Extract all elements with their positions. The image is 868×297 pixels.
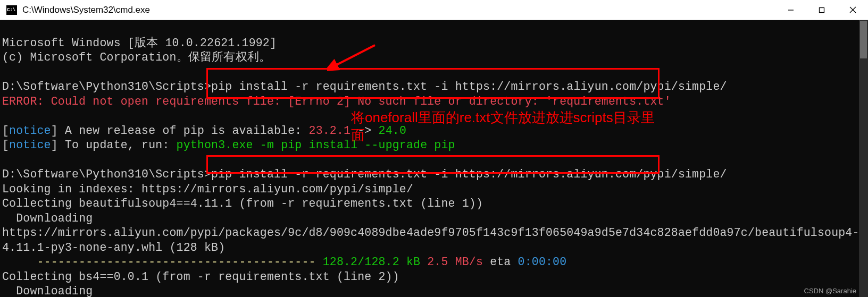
close-button[interactable] bbox=[837, 0, 868, 20]
downloading-line: Downloading https://mirrors.aliyun.com/p… bbox=[2, 285, 782, 297]
copyright-line: (c) Microsoft Corporation。保留所有权利。 bbox=[2, 51, 271, 64]
prompt-path: D:\Software\Python310\Scripts> bbox=[2, 80, 211, 93]
watermark-text: CSDN @Sarahie bbox=[804, 287, 856, 295]
scrollbar-thumb[interactable] bbox=[860, 21, 867, 58]
progress-bar: ---------------------------------------- bbox=[2, 256, 323, 268]
maximize-button[interactable] bbox=[806, 0, 837, 20]
notice-label: notice bbox=[9, 139, 51, 151]
collecting-line: Collecting bs4==0.0.1 (from -r requireme… bbox=[2, 270, 399, 283]
banner-line: Microsoft Windows [版本 10.0.22621.1992] bbox=[2, 37, 277, 49]
prompt-path: D:\Software\Python310\Scripts> bbox=[2, 168, 211, 181]
progress-eta: 0:00:00 bbox=[518, 256, 567, 268]
command-line: pip install -r requirements.txt -i https… bbox=[211, 168, 727, 181]
update-command: python3.exe -m pip install --upgrade pip bbox=[177, 139, 455, 151]
notice-label: notice bbox=[9, 124, 51, 137]
window-controls bbox=[775, 0, 868, 20]
minimize-button[interactable] bbox=[775, 0, 806, 20]
window-titlebar: C:\Windows\System32\cmd.exe bbox=[0, 0, 868, 20]
downloading-line: Downloading https://mirrors.aliyun.com/p… bbox=[2, 212, 859, 254]
svg-rect-1 bbox=[820, 7, 824, 12]
collecting-line: Collecting beautifulsoup4==4.11.1 (from … bbox=[2, 197, 483, 210]
window-title: C:\Windows\System32\cmd.exe bbox=[22, 5, 150, 15]
terminal-output[interactable]: Microsoft Windows [版本 10.0.22621.1992] (… bbox=[0, 20, 868, 297]
cmd-icon bbox=[6, 5, 17, 15]
new-version: 24.0 bbox=[379, 124, 406, 137]
vertical-scrollbar[interactable] bbox=[859, 20, 868, 297]
old-version: 23.2.1 bbox=[309, 124, 351, 137]
looking-line: Looking in indexes: https://mirrors.aliy… bbox=[2, 183, 413, 196]
progress-size: 128.2/128.2 kB bbox=[323, 256, 420, 268]
error-line: ERROR: Could not open requirements file:… bbox=[2, 95, 671, 108]
command-line: pip install -r requirements.txt -i https… bbox=[211, 80, 727, 93]
progress-speed: 2.5 MB/s bbox=[420, 256, 483, 268]
